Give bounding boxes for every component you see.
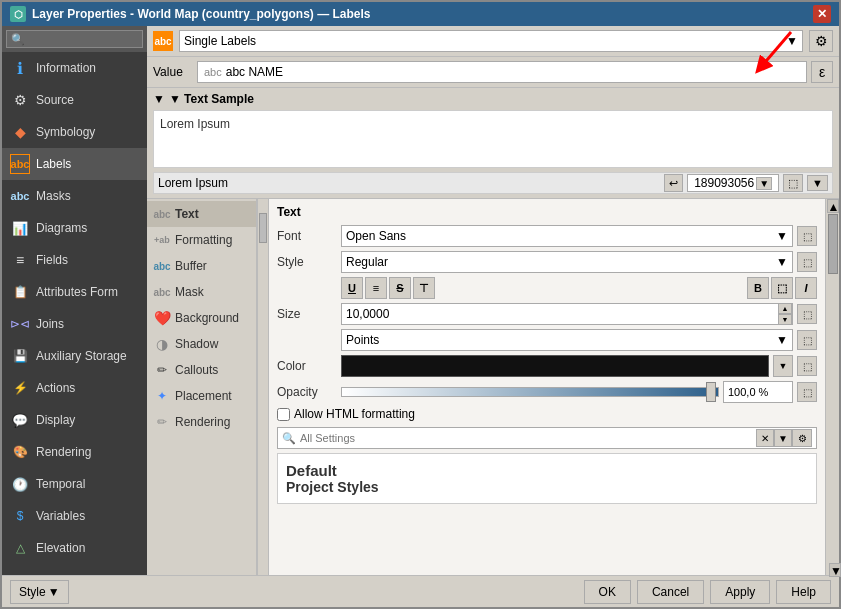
ok-button[interactable]: OK	[584, 580, 631, 604]
opacity-slider[interactable]	[341, 387, 719, 397]
style-dropdown[interactable]: Regular ▼	[341, 251, 793, 273]
sub-item-text[interactable]: abc Text	[147, 201, 256, 227]
sidebar-item-masks[interactable]: abc Masks	[2, 180, 147, 212]
bold-button[interactable]: B	[747, 277, 769, 299]
settings-search-bar: 🔍 ✕ ▼ ⚙	[277, 427, 817, 449]
labels-icon: abc	[10, 154, 30, 174]
sub-item-mask[interactable]: abc Mask	[147, 279, 256, 305]
font-dropdown[interactable]: Open Sans ▼	[341, 225, 793, 247]
sidebar-item-display[interactable]: 💬 Display	[2, 404, 147, 436]
scroll-thumb[interactable]	[828, 214, 838, 274]
scroll-up-button[interactable]: ▲	[827, 199, 839, 213]
size-increment[interactable]: ▲	[778, 303, 792, 314]
color-dropdown-button[interactable]: ▼	[773, 355, 793, 377]
size-decrement[interactable]: ▼	[778, 314, 792, 325]
size-unit-dropdown[interactable]: Points ▼	[341, 329, 793, 351]
sidebar-item-diagrams[interactable]: 📊 Diagrams	[2, 212, 147, 244]
sidebar-item-joins[interactable]: ⊳⊲ Joins	[2, 308, 147, 340]
font-group: Font Open Sans ▼ ⬚	[277, 225, 817, 247]
sidebar-item-symbology[interactable]: ◆ Symbology	[2, 116, 147, 148]
config-button[interactable]: ⚙	[792, 429, 812, 447]
scroll-down-button[interactable]: ▼	[829, 563, 839, 575]
italic-button[interactable]: I	[795, 277, 817, 299]
size-copy-button[interactable]: ⬚	[797, 304, 817, 324]
panel-body: abc Text +ab Formatting abc Buffer abc M…	[147, 199, 839, 575]
size-unit-arrow: ▼	[776, 333, 788, 347]
project-styles-label: Project Styles	[286, 479, 808, 495]
settings-search-input[interactable]	[300, 432, 756, 444]
reset-button[interactable]: ↩	[664, 174, 683, 192]
sidebar-item-labels[interactable]: abc Labels	[2, 148, 147, 180]
sidebar-item-variables[interactable]: $ Variables	[2, 500, 147, 532]
color-copy-button[interactable]: ⬚	[797, 356, 817, 376]
sub-item-formatting[interactable]: +ab Formatting	[147, 227, 256, 253]
style-button-label: Style	[19, 585, 46, 599]
size-input[interactable]	[342, 307, 778, 321]
sub-nav-scroll-thumb[interactable]	[259, 213, 267, 243]
strikethrough-button[interactable]: ≡	[365, 277, 387, 299]
sidebar: ℹ Information ⚙ Source ◆ Symbology abc L…	[2, 26, 147, 575]
sidebar-item-fields[interactable]: ≡ Fields	[2, 244, 147, 276]
apply-button[interactable]: Apply	[710, 580, 770, 604]
underline-button[interactable]: U	[341, 277, 363, 299]
color-picker-button[interactable]: ▼	[756, 177, 772, 190]
formatting-buttons-row: U ≡ S ⊤ B ⬚ I	[341, 277, 817, 299]
italic-copy-button[interactable]: ⬚	[771, 277, 793, 299]
value-type-icon: abc	[204, 66, 222, 78]
sidebar-item-information[interactable]: ℹ Information	[2, 52, 147, 84]
text-form-panel: Text Font Open Sans ▼ ⬚ Style	[269, 199, 825, 575]
expression-button[interactable]: ε	[811, 61, 833, 83]
sub-item-shadow[interactable]: ◑ Shadow	[147, 331, 256, 357]
sidebar-item-source[interactable]: ⚙ Source	[2, 84, 147, 116]
right-panel: abc Single Labels ▼ ⚙ Value abc abc NAME…	[147, 26, 839, 575]
allow-html-row: Allow HTML formatting	[277, 407, 817, 421]
strikeout-button[interactable]: S	[389, 277, 411, 299]
size-unit-group: Points ▼ ⬚	[277, 329, 817, 351]
help-button[interactable]: Help	[776, 580, 831, 604]
sub-item-callouts[interactable]: ✏ Callouts	[147, 357, 256, 383]
cancel-button[interactable]: Cancel	[637, 580, 704, 604]
sidebar-label-actions: Actions	[36, 381, 75, 395]
sub-item-rendering[interactable]: ✏ Rendering	[147, 409, 256, 435]
sidebar-item-actions[interactable]: ⚡ Actions	[2, 372, 147, 404]
sample-bar-text: Lorem Ipsum	[158, 176, 660, 190]
sub-item-buffer[interactable]: abc Buffer	[147, 253, 256, 279]
variables-icon: $	[10, 506, 30, 526]
sidebar-item-rendering[interactable]: 🎨 Rendering	[2, 436, 147, 468]
sidebar-item-temporal[interactable]: 🕐 Temporal	[2, 468, 147, 500]
filter-button[interactable]: ▼	[774, 429, 792, 447]
titlebar: ⬡ Layer Properties - World Map (country_…	[2, 2, 839, 26]
allow-html-checkbox[interactable]	[277, 408, 290, 421]
sidebar-item-auxiliary-storage[interactable]: 💾 Auxiliary Storage	[2, 340, 147, 372]
app-icon: ⬡	[10, 6, 26, 22]
sidebar-item-elevation[interactable]: △ Elevation	[2, 532, 147, 564]
sidebar-label-joins: Joins	[36, 317, 64, 331]
style-button[interactable]: Style ▼	[10, 580, 69, 604]
symbology-icon: ◆	[10, 122, 30, 142]
sub-item-background[interactable]: ❤️ Background	[147, 305, 256, 331]
mask-sub-icon: abc	[153, 283, 171, 301]
clear-search-button[interactable]: ✕	[756, 429, 774, 447]
font-copy-button[interactable]: ⬚	[797, 226, 817, 246]
sidebar-search-input[interactable]	[6, 30, 143, 48]
sidebar-label-diagrams: Diagrams	[36, 221, 87, 235]
buffer-sub-icon: abc	[153, 257, 171, 275]
sidebar-item-attributes-form[interactable]: 📋 Attributes Form	[2, 276, 147, 308]
opacity-slider-handle[interactable]	[706, 382, 716, 402]
sidebar-label-display: Display	[36, 413, 75, 427]
sub-item-placement[interactable]: ✦ Placement	[147, 383, 256, 409]
more-button[interactable]: ▼	[807, 175, 828, 191]
window-title: Layer Properties - World Map (country_po…	[32, 7, 371, 21]
highlight-button[interactable]: ⬚	[783, 174, 803, 192]
style-arrow: ▼	[776, 255, 788, 269]
style-copy-button[interactable]: ⬚	[797, 252, 817, 272]
overline-button[interactable]: ⊤	[413, 277, 435, 299]
collapse-arrow[interactable]: ▼	[153, 92, 165, 106]
sidebar-label-variables: Variables	[36, 509, 85, 523]
size-unit-copy-button[interactable]: ⬚	[797, 330, 817, 350]
single-labels-dropdown[interactable]: Single Labels ▼	[179, 30, 803, 52]
close-button[interactable]: ✕	[813, 5, 831, 23]
placement-sub-icon: ✦	[153, 387, 171, 405]
labeling-options-button[interactable]: ⚙	[809, 30, 833, 52]
opacity-copy-button[interactable]: ⬚	[797, 382, 817, 402]
